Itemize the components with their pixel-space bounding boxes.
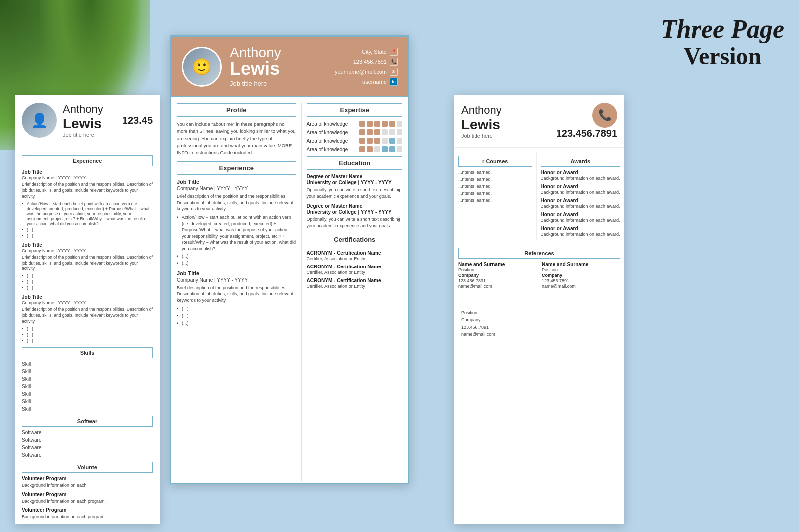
dot-2 [367,129,373,135]
email-text: yourname@mail.com [335,69,387,75]
page2-education-header: Education [307,156,402,170]
dot-5 [389,129,395,135]
page1-job3-bullet2: (...) [22,332,153,337]
page3-award1-title: Honor or Award [541,170,620,175]
page2-job-title: Job title here [230,80,327,87]
page2-edu2-degree: Degree or Master Name [307,203,402,209]
page2-expertise-row-1: Area of knowledge [307,121,402,127]
page2-job1-bullet1: Action/How – start each bullet point wit… [177,214,296,252]
dot-4 [382,138,388,144]
page1-job3: Job Title Company Name | YYYY - YYYY Bri… [22,294,153,343]
page2-expertise-dots-1 [359,121,402,127]
page1-software-3: Software [22,445,153,450]
page3-references: References Name and Surname Position Com… [454,248,624,292]
page3-ref1-pos: Position [458,267,537,272]
page2-profile-header: Profile [177,103,296,117]
page3-course-1: ...ntents learned. [458,170,532,175]
page2-cert3-name: ACRONYM - Certification Name [307,278,402,283]
page1-skill-4: Skill [22,384,153,389]
dot-6 [397,146,402,152]
page1-software-1: Software [22,430,153,435]
page2-col-left: Profile You can include "about me" in th… [177,103,301,481]
page1-header: 👤 Anthony Lewis Job title here 123.45 [15,95,160,146]
page2-job1-bullet3: (...) [177,260,296,266]
page2-cert2-entity: Certifier, Association or Entity [307,270,402,275]
dot-1 [359,129,365,135]
dot-6 [397,138,402,144]
page3-course-4: ...ntents learned. [458,191,532,196]
page3-references-header: References [458,248,620,259]
phone-icon: 📞 [390,58,398,66]
dot-1 [359,121,365,127]
page3-courses-header: r Courses [458,156,532,167]
page1-job2-bullet3: (...) [22,285,153,290]
page1-job2-bullet2: (...) [22,279,153,284]
linkedin-icon: in [390,78,398,86]
page2-job2: Job Title Company Name | YYYY - YYYY Bri… [177,270,296,327]
page2-contact-city: City, State 📍 [362,48,398,56]
resume-page-1: 👤 Anthony Lewis Job title here 123.45 Ex… [15,95,160,524]
page1-job3-title: Job Title [22,294,153,300]
page3-ref2-pos: Position [542,267,620,272]
page3-award2-title: Honor or Award [541,184,620,189]
page3-course-3: ...ntents learned. [458,184,532,189]
dot-2 [367,121,373,127]
page1-job1-company: Company Name | YYYY - YYYY [22,175,153,180]
page2-job1-title: Job Title [177,179,296,185]
page2-expertise-label-3: Area of knowledge [307,138,348,144]
page3-course-2: ...ntents learned. [458,177,532,182]
page1-volunteer-header: Volunte [22,462,153,473]
page3-ref1-company: Company [458,273,537,278]
page3-ref2-company: Company [542,273,620,278]
resume-page-3: Anthony Lewis Job title here 📞 123.456.7… [454,95,624,524]
page1-phone: 123.45 [122,115,153,126]
page2-experience-header: Experience [177,161,296,175]
page2-first-name: Anthony [230,46,327,60]
avatar-placeholder: 🙂 [183,48,220,85]
page3-col-left: r Courses ...ntents learned. ...ntents l… [458,152,536,240]
page1-job1-bullet3: (...) [22,233,153,238]
page1-job1-title: Job Title [22,169,153,175]
page2-expertise-row-2: Area of knowledge [307,129,402,135]
page3-award3-desc: Background information on each award. [541,204,620,209]
page2-job1-company: Company Name | YYYY - YYYY [177,186,296,191]
page2-edu1-degree: Degree or Master Name [307,174,402,179]
dot-3 [374,121,380,127]
page2-job2-bullet2: (...) [177,313,296,319]
dot-5 [389,146,395,152]
dot-4 [382,146,388,152]
page1-avatar: 👤 [22,103,57,138]
page3-phone-icon: 📞 [592,103,617,128]
page1-software-2: Software [22,437,153,443]
page2-expertise-label-1: Area of knowledge [307,121,348,127]
page3-ref2: Name and Surname Position Company 123.45… [542,262,620,292]
page1-skills-header: Skills [22,347,153,358]
page2-expertise-label-4: Area of knowledge [307,147,348,152]
page2-cert3-entity: Certifier, Association or Entity [307,284,402,289]
resume-page-2: 🙂 Anthony Lewis Job title here City, Sta… [170,35,409,484]
location-icon: 📍 [390,48,398,56]
page3-award1-desc: Background information on each award. [541,176,620,181]
page1-job3-company: Company Name | YYYY - YYYY [22,300,153,305]
page1-skill-3: Skill [22,376,153,382]
page1-skill-1: Skill [22,361,153,367]
page1-job3-bullet3: (...) [22,338,153,343]
page1-software-header: Softwar [22,416,153,427]
page2-contact-linkedin: username in [362,78,398,86]
page1-skill-6: Skill [22,399,153,404]
title-three-page: Three Page [661,15,784,43]
page3-award5-desc: Background information on each award. [541,232,620,237]
page2-expertise-row-3: Area of knowledge [307,138,402,144]
page1-vol3-title: Volunteer Program [22,507,153,513]
page2-job1-desc: Brief description of the position and th… [177,193,296,212]
page3-ref1-name: Name and Surname [458,262,537,267]
page1-first-name: Anthony [63,103,103,116]
page1-skill-5: Skill [22,391,153,397]
page1-job1-bullet1: Action/How – start each bullet point wit… [22,201,153,226]
page3-award4-title: Honor or Award [541,212,620,217]
page3-course-5: ...ntents learned. [458,198,532,203]
page3-header: Anthony Lewis Job title here 📞 123.456.7… [454,95,624,148]
page2-expertise-dots-4 [359,146,402,152]
page2-contact-phone: 123.456.7891 📞 [353,58,398,66]
page2-contact-email: yourname@mail.com ✉ [335,68,398,76]
